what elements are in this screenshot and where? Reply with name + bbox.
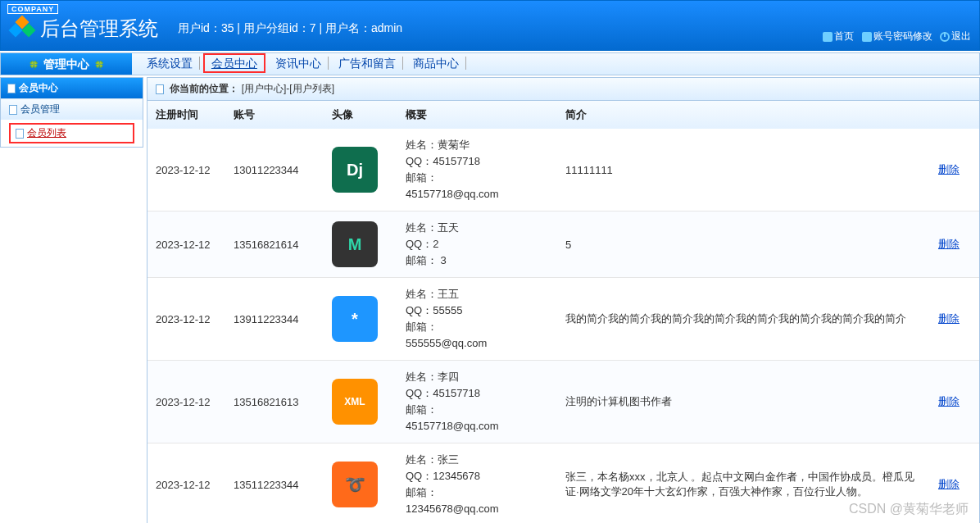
col-acct: 账号 xyxy=(225,101,324,129)
top-links: 首页 账号密码修改 退出 xyxy=(818,30,971,43)
delete-link[interactable]: 删除 xyxy=(938,312,960,325)
delete-link[interactable]: 删除 xyxy=(938,395,960,407)
cell-acct: 13516821614 xyxy=(225,211,324,278)
logo-icon xyxy=(11,17,34,40)
cell-acct: 13911223344 xyxy=(225,278,324,361)
nav-item-3[interactable]: 广告和留言 xyxy=(332,57,403,70)
cell-intro: 我的简介我的简介我的简介我的简介我的简介我的简介我的简介我的简介 xyxy=(557,278,930,361)
cell-avatar: M xyxy=(324,211,397,278)
avatar-icon: XML xyxy=(332,379,378,425)
cell-reg: 2023-12-12 xyxy=(147,211,225,278)
user-info: 用户id：35 | 用户分组id：7 | 用户名：admin xyxy=(178,21,402,36)
password-link[interactable]: 账号密码修改 xyxy=(862,30,932,42)
cell-summary: 姓名：王五QQ：55555邮箱：555555@qq.com xyxy=(397,278,557,361)
col-summary: 概要 xyxy=(397,101,557,129)
delete-link[interactable]: 删除 xyxy=(938,478,960,490)
cell-reg: 2023-12-12 xyxy=(147,443,225,524)
sidebar-item-member-list[interactable]: 会员列表 xyxy=(9,123,134,143)
watermark: CSDN @黄菊华老师 xyxy=(849,501,969,518)
power-icon xyxy=(940,32,950,42)
delete-link[interactable]: 删除 xyxy=(938,163,960,175)
cell-avatar: ➰ xyxy=(324,443,397,524)
nav-item-2[interactable]: 资讯中心 xyxy=(269,57,329,70)
cell-avatar: Dj xyxy=(324,129,397,211)
cell-reg: 2023-12-12 xyxy=(147,129,225,211)
doc-icon xyxy=(7,84,16,93)
col-intro: 简介 xyxy=(557,101,930,129)
cell-reg: 2023-12-12 xyxy=(147,361,225,443)
breadcrumb-label: 你当前的位置： xyxy=(170,83,238,94)
cell-avatar: * xyxy=(324,278,397,361)
cell-intro: 11111111 xyxy=(557,129,930,211)
company-tag: COMPANY xyxy=(7,4,58,14)
breadcrumb: 你当前的位置： [用户中心]-[用户列表] xyxy=(147,78,979,101)
top-bar: COMPANY 后台管理系统 用户id：35 | 用户分组id：7 | 用户名：… xyxy=(0,0,980,51)
delete-link[interactable]: 删除 xyxy=(938,238,960,250)
col-avatar: 头像 xyxy=(324,101,397,129)
sidebar-group[interactable]: 会员管理 xyxy=(1,98,143,120)
nav-item-4[interactable]: 商品中心 xyxy=(406,57,466,70)
avatar-icon: M xyxy=(332,221,378,267)
col-reg: 注册时间 xyxy=(147,101,225,129)
cell-summary: 姓名：李四QQ：45157718邮箱：45157718@qq.com xyxy=(397,361,557,443)
avatar-icon: ➰ xyxy=(332,462,378,507)
table-row: 2023-12-1213516821614M姓名：五天QQ：2邮箱： 35删除 xyxy=(147,211,979,278)
cell-avatar: XML xyxy=(324,361,397,443)
cell-op: 删除 xyxy=(930,278,979,361)
doc-icon xyxy=(9,105,17,115)
nav-item-1[interactable]: 会员中心 xyxy=(203,53,265,73)
doc-icon xyxy=(156,84,164,94)
table-row: 2023-12-1213516821613XML姓名：李四QQ：45157718… xyxy=(147,361,979,443)
app-title: 后台管理系统 xyxy=(40,16,158,42)
nav-bar: 管理中心 系统设置 会员中心 资讯中心 广告和留言 商品中心 xyxy=(0,52,980,75)
doc-icon xyxy=(16,129,24,139)
user-table: 注册时间 账号 头像 概要 简介 2023-12-1213011223344Dj… xyxy=(147,101,979,523)
sidebar-section-header: 会员中心 xyxy=(1,78,143,98)
cell-acct: 13511223344 xyxy=(225,443,324,524)
cell-summary: 姓名：黄菊华QQ：45157718邮箱：45157718@qq.com xyxy=(397,129,557,211)
logout-link[interactable]: 退出 xyxy=(940,30,971,42)
home-icon xyxy=(823,32,833,42)
doc-icon xyxy=(862,32,872,42)
avatar-icon: * xyxy=(332,296,378,342)
cell-acct: 13011223344 xyxy=(225,129,324,211)
avatar-icon: Dj xyxy=(332,147,378,193)
table-row: 2023-12-1213011223344Dj姓名：黄菊华QQ：45157718… xyxy=(147,129,979,211)
main-panel: 你当前的位置： [用户中心]-[用户列表] 注册时间 账号 头像 概要 简介 2… xyxy=(147,77,980,523)
cell-reg: 2023-12-12 xyxy=(147,278,225,361)
cell-summary: 姓名：张三QQ：12345678邮箱：12345678@qq.com xyxy=(397,443,557,524)
col-op xyxy=(930,101,979,129)
cell-intro: 5 xyxy=(557,211,930,278)
table-header-row: 注册时间 账号 头像 概要 简介 xyxy=(147,101,979,129)
breadcrumb-path: [用户中心]-[用户列表] xyxy=(242,83,334,94)
home-link[interactable]: 首页 xyxy=(823,30,854,42)
cell-op: 删除 xyxy=(930,361,979,443)
table-row: 2023-12-1213911223344*姓名：王五QQ：55555邮箱：55… xyxy=(147,278,979,361)
cell-intro: 注明的计算机图书作者 xyxy=(557,361,930,443)
cell-op: 删除 xyxy=(930,129,979,211)
sidebar: 会员中心 会员管理 会员列表 xyxy=(0,77,143,148)
cell-op: 删除 xyxy=(930,211,979,278)
nav-header: 管理中心 xyxy=(1,53,132,75)
nav-item-0[interactable]: 系统设置 xyxy=(140,57,200,70)
cell-acct: 13516821613 xyxy=(225,361,324,443)
cell-summary: 姓名：五天QQ：2邮箱： 3 xyxy=(397,211,557,278)
